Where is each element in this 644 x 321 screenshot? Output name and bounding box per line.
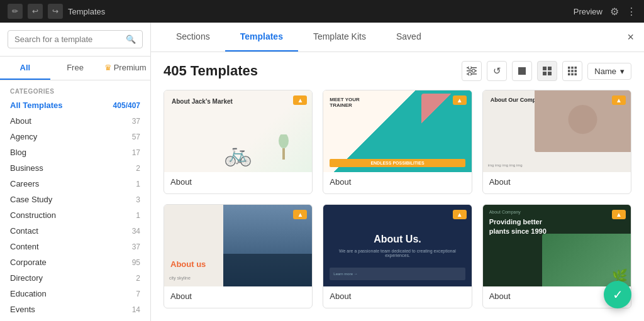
svg-rect-18 — [572, 73, 574, 76]
pro-badge-4: ▲ — [293, 210, 307, 219]
tab-all[interactable]: All — [0, 57, 50, 80]
toolbar-right: ↺ — [462, 61, 631, 81]
view-single-icon — [518, 67, 526, 75]
pro-badge-3: ▲ — [612, 95, 626, 105]
template-card-5[interactable]: About Us. We are a passionate team dedic… — [323, 204, 472, 308]
template-label-3: About — [483, 172, 631, 192]
category-content[interactable]: Content 37 — [0, 239, 150, 254]
template-thumb-1: About Jack's Market 🚲 ▲ — [164, 90, 312, 172]
svg-rect-14 — [568, 70, 570, 72]
tab-free[interactable]: Free — [50, 57, 101, 80]
category-agency[interactable]: Agency 57 — [0, 129, 150, 144]
pro-badge-6: ▲ — [612, 210, 626, 219]
undo-icon[interactable]: ↩ — [28, 4, 43, 19]
category-events[interactable]: Events 14 — [0, 302, 150, 317]
pro-badge-1: ▲ — [293, 95, 307, 105]
top-bar-left: ✏ ↩ ↪ Templates — [8, 4, 105, 19]
template-card-4[interactable]: About us city skyline ▲ About — [164, 204, 313, 308]
view-grid3-icon — [568, 67, 577, 75]
template-card-1[interactable]: About Jack's Market 🚲 ▲ About — [164, 90, 313, 194]
svg-point-4 — [472, 69, 475, 72]
category-education[interactable]: Education 7 — [0, 286, 150, 302]
settings-icon[interactable]: ⚙ — [610, 6, 619, 18]
svg-rect-16 — [575, 70, 577, 72]
tab-saved[interactable]: Saved — [381, 23, 436, 52]
svg-rect-11 — [568, 67, 570, 69]
main-area: 🔍 All Free ♛Premium CATEGORIES All Templ… — [0, 23, 644, 321]
refresh-button[interactable]: ↺ — [487, 61, 507, 81]
category-about[interactable]: About 37 — [0, 113, 150, 129]
svg-rect-13 — [575, 67, 577, 69]
template-thumb-6: About Company Providing betterplants sin… — [483, 205, 631, 286]
svg-rect-9 — [543, 72, 547, 75]
category-faq[interactable]: FAQ 3 — [0, 317, 150, 321]
svg-rect-8 — [548, 67, 552, 70]
search-box: 🔍 — [0, 23, 150, 57]
pro-badge-5: ▲ — [453, 210, 467, 219]
redo-icon[interactable]: ↪ — [48, 4, 63, 19]
preview-button[interactable]: Preview — [574, 7, 602, 16]
right-panel: Sections Templates Template Kits Saved ×… — [151, 23, 644, 321]
template-thumb-5: About Us. We are a passionate team dedic… — [323, 205, 471, 286]
template-label-4: About — [164, 286, 312, 306]
view-grid2-button[interactable] — [537, 61, 557, 81]
template-grid: About Jack's Market 🚲 ▲ About — [151, 90, 644, 321]
template-thumb-2: MEET YOURTRAINER ENDLESS POSSIBILITIES ▲ — [323, 90, 471, 172]
category-case-study[interactable]: Case Study 3 — [0, 192, 150, 207]
view-single-button[interactable] — [512, 61, 532, 81]
category-all-templates[interactable]: All Templates 405/407 — [0, 97, 150, 113]
svg-rect-17 — [568, 73, 570, 76]
search-icon: 🔍 — [126, 35, 136, 44]
template-card-2[interactable]: MEET YOURTRAINER ENDLESS POSSIBILITIES ▲… — [323, 90, 472, 194]
top-bar-title: Templates — [68, 7, 105, 16]
tabs-header: Sections Templates Template Kits Saved × — [151, 23, 644, 52]
top-bar-right: Preview ⚙ ⋮ — [574, 6, 636, 18]
more-icon[interactable]: ⋮ — [626, 6, 636, 18]
categories-label: CATEGORIES — [0, 80, 150, 97]
category-directory[interactable]: Directory 2 — [0, 270, 150, 286]
filter-button[interactable] — [462, 61, 482, 81]
category-construction[interactable]: Construction 1 — [0, 207, 150, 223]
svg-rect-12 — [572, 67, 574, 69]
template-label-2: About — [323, 172, 471, 192]
svg-point-20 — [279, 134, 289, 148]
svg-rect-21 — [282, 148, 285, 160]
search-input[interactable] — [14, 35, 122, 44]
template-label-1: About — [164, 172, 312, 192]
template-thumb-4: About us city skyline ▲ — [164, 205, 312, 286]
filter-tabs: All Free ♛Premium — [0, 57, 150, 80]
search-wrapper[interactable]: 🔍 — [8, 30, 143, 48]
category-careers[interactable]: Careers 1 — [0, 176, 150, 192]
pen-icon: ✏ — [8, 4, 23, 19]
template-label-5: About — [323, 286, 471, 306]
view-grid3-button[interactable] — [562, 61, 582, 81]
tab-templates[interactable]: Templates — [225, 23, 298, 52]
category-contact[interactable]: Contact 34 — [0, 223, 150, 239]
fab-button[interactable]: ✓ — [604, 281, 631, 308]
svg-rect-10 — [548, 72, 552, 75]
pro-badge-2: ▲ — [453, 95, 467, 105]
close-button[interactable]: × — [627, 31, 634, 43]
svg-rect-15 — [572, 70, 574, 72]
tab-sections[interactable]: Sections — [161, 23, 225, 52]
category-corporate[interactable]: Corporate 95 — [0, 254, 150, 270]
content-title: 405 Templates — [164, 63, 258, 79]
svg-rect-7 — [543, 67, 547, 70]
sort-select[interactable]: Name ▾ — [587, 63, 631, 80]
top-bar: ✏ ↩ ↪ Templates Preview ⚙ ⋮ — [0, 0, 644, 23]
bike-illustration: 🚲 — [224, 141, 252, 167]
filter-icon — [467, 67, 477, 75]
svg-point-3 — [469, 67, 472, 69]
crown-icon: ♛ — [104, 63, 112, 72]
svg-point-5 — [469, 72, 472, 75]
template-card-3[interactable]: About Our Company img img img img img ▲ … — [482, 90, 631, 194]
tab-premium[interactable]: ♛Premium — [100, 57, 150, 80]
category-business[interactable]: Business 2 — [0, 160, 150, 176]
sidebar: 🔍 All Free ♛Premium CATEGORIES All Templ… — [0, 23, 151, 321]
svg-rect-6 — [518, 67, 526, 75]
tab-template-kits[interactable]: Template Kits — [298, 23, 381, 52]
svg-rect-19 — [575, 73, 577, 76]
category-blog[interactable]: Blog 17 — [0, 144, 150, 160]
view-grid2-icon — [543, 67, 552, 75]
content-toolbar: 405 Templates ↺ — [151, 52, 644, 90]
